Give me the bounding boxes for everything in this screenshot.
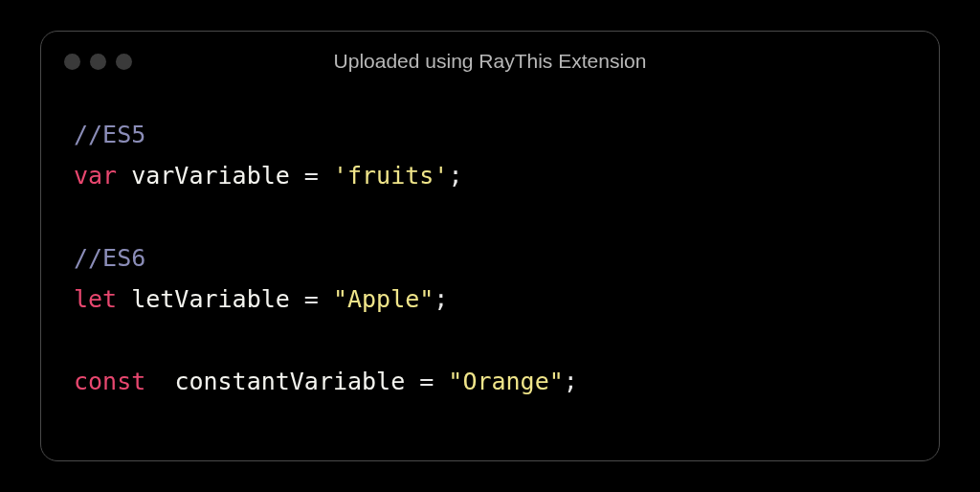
window-controls [64, 54, 132, 70]
assign-op: = [290, 162, 333, 190]
window-titlebar: Uploaded using RayThis Extension [41, 32, 939, 85]
identifier-letVariable: letVariable [131, 285, 290, 313]
gap [145, 368, 174, 395]
assign-op: = [405, 368, 448, 395]
string-orange: "Orange" [448, 368, 563, 395]
close-icon[interactable] [64, 54, 80, 70]
minimize-icon[interactable] [90, 54, 106, 70]
identifier-constantVariable: constantVariable [174, 368, 405, 395]
code-block: //ES5 var varVariable = 'fruits'; //ES6 … [41, 85, 939, 431]
string-fruits: 'fruits' [333, 162, 448, 190]
string-apple: "Apple" [333, 285, 434, 313]
semicolon: ; [564, 368, 578, 395]
keyword-let: let [74, 285, 117, 313]
comment-es5: //ES5 [74, 121, 145, 148]
keyword-var: var [74, 162, 117, 190]
maximize-icon[interactable] [116, 54, 132, 70]
window-title: Uploaded using RayThis Extension [41, 50, 939, 73]
semicolon: ; [448, 162, 462, 190]
identifier-varVariable: varVariable [131, 162, 290, 190]
keyword-const: const [74, 368, 145, 395]
code-window: Uploaded using RayThis Extension //ES5 v… [40, 31, 940, 461]
assign-op: = [290, 285, 333, 313]
semicolon: ; [434, 285, 448, 313]
comment-es6: //ES6 [74, 244, 145, 272]
